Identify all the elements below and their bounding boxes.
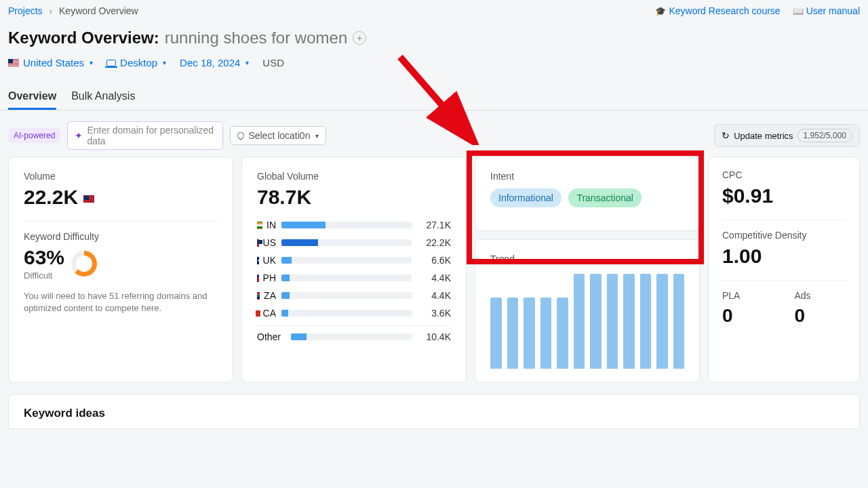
ca-flag-icon <box>257 310 259 317</box>
cpc-label: CPC <box>722 169 846 180</box>
ads-value: 0 <box>794 305 810 327</box>
competitive-density-value: 1.00 <box>722 245 846 268</box>
volume-label: Volume <box>24 171 218 182</box>
tab-bulk-analysis[interactable]: Bulk Analysis <box>71 85 135 110</box>
tab-overview[interactable]: Overview <box>8 85 56 110</box>
in-flag-icon <box>257 222 262 229</box>
uk-flag-icon <box>257 257 259 264</box>
global-volume-row: ZA4.4K <box>257 290 451 301</box>
us-flag-icon <box>8 59 19 66</box>
refresh-icon <box>722 130 730 141</box>
intent-card: Intent Informational Transactional <box>475 157 700 231</box>
volume-value: 22.2K <box>24 186 218 209</box>
book-icon <box>793 6 804 16</box>
global-volume-other-row: Other 10.4K <box>257 331 451 342</box>
user-manual-link[interactable]: User manual <box>793 5 860 16</box>
chevron-down-icon: ▾ <box>90 59 93 66</box>
global-volume-value: 78.7K <box>257 186 451 209</box>
chevron-down-icon: ▾ <box>245 59 249 66</box>
graduation-icon <box>655 6 666 16</box>
pin-icon <box>236 131 245 140</box>
trend-label: Trend <box>490 253 684 264</box>
pla-label: PLA <box>722 290 740 301</box>
chevron-down-icon: ▾ <box>315 132 319 140</box>
intent-pill-transactional: Transactional <box>568 188 642 207</box>
chevron-down-icon: ▾ <box>163 59 166 66</box>
quota-badge: 1,952/5,000 <box>797 129 852 142</box>
sparkle-icon: ✦ <box>75 130 83 141</box>
global-volume-card: Global Volume 78.7K IN27.1KUS22.2KUK6.6K… <box>241 157 467 383</box>
us-flag-icon <box>257 239 259 247</box>
device-selector[interactable]: Desktop▾ <box>106 57 166 68</box>
pla-value: 0 <box>722 305 740 327</box>
currency-label: USD <box>262 57 284 68</box>
keyword-research-course-link[interactable]: Keyword Research course <box>655 5 780 16</box>
ai-powered-badge: AI-powered <box>8 128 60 143</box>
trend-card: Trend <box>475 239 700 383</box>
keyword-difficulty-donut <box>71 251 97 277</box>
date-selector[interactable]: Dec 18, 2024▾ <box>180 57 249 68</box>
breadcrumb: Projects › Keyword Overview <box>8 5 138 16</box>
keyword-ideas-header: Keyword ideas <box>8 394 860 429</box>
global-volume-row: IN27.1K <box>257 220 451 230</box>
update-metrics-button[interactable]: Update metrics 1,952/5,000 <box>714 124 860 147</box>
intent-pill-informational: Informational <box>490 188 561 207</box>
intent-label: Intent <box>490 171 684 182</box>
keyword-value: running shoes for women <box>165 28 347 47</box>
global-volume-row: US22.2K <box>257 237 451 248</box>
keyword-difficulty-value: 63% <box>24 246 64 269</box>
global-volume-row: PH4.4K <box>257 272 451 283</box>
global-volume-label: Global Volume <box>257 171 451 182</box>
volume-card: Volume 22.2K Keyword Difficulty 63% Diff… <box>8 157 233 383</box>
us-flag-icon <box>83 195 94 203</box>
keyword-difficulty-label: Keyword Difficulty <box>24 231 218 242</box>
cpc-value: $0.91 <box>722 184 846 207</box>
location-selector[interactable]: Select locati0n ▾ <box>230 126 326 145</box>
breadcrumb-root[interactable]: Projects <box>8 5 43 16</box>
country-selector[interactable]: United States▾ <box>8 57 93 68</box>
domain-input[interactable]: ✦ Enter domain for personalized data <box>67 121 223 150</box>
desktop-icon <box>106 60 116 66</box>
competitive-density-label: Competitive Density <box>722 230 846 241</box>
ads-label: Ads <box>794 290 810 301</box>
global-volume-row: UK6.6K <box>257 255 451 266</box>
global-volume-row: CA3.6K <box>257 308 451 319</box>
page-title: Keyword Overview: <box>8 28 159 47</box>
ph-flag-icon <box>257 274 259 282</box>
chevron-right-icon: › <box>49 5 52 16</box>
keyword-difficulty-desc: You will need to have 51 referring domai… <box>24 290 218 314</box>
trend-chart <box>490 274 684 369</box>
cpc-card: CPC $0.91 Competitive Density 1.00 PLA 0… <box>708 157 860 383</box>
za-flag-icon <box>257 292 260 300</box>
add-keyword-button[interactable]: + <box>353 31 366 45</box>
breadcrumb-current: Keyword Overview <box>59 5 138 16</box>
keyword-difficulty-level: Difficult <box>24 270 64 281</box>
